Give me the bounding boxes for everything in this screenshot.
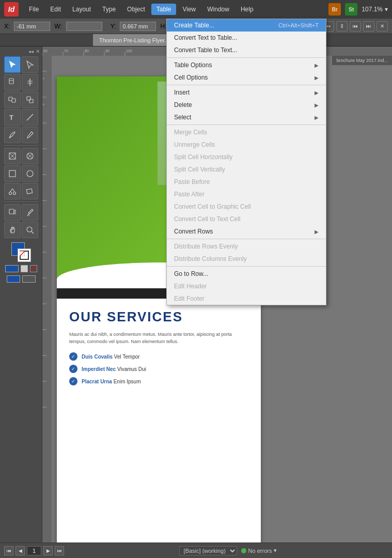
menu-file[interactable]: File xyxy=(24,4,44,15)
svg-point-26 xyxy=(27,227,32,232)
zoom-tool[interactable] xyxy=(22,222,38,238)
menu-distribute-rows[interactable]: Distribute Rows Evenly xyxy=(167,240,326,253)
menu-object[interactable]: Object xyxy=(122,4,150,15)
rectangle-frame-tool[interactable] xyxy=(4,148,21,164)
menu-type[interactable]: Type xyxy=(97,4,121,15)
ellipse-tool[interactable] xyxy=(22,165,38,182)
zoom-chevron-icon[interactable]: ▾ xyxy=(385,6,388,13)
service-link-3: Placrat Urna xyxy=(82,379,112,384)
svg-text:70: 70 xyxy=(64,49,68,53)
menu-convert-text-cell[interactable]: Convert Cell to Text Cell xyxy=(167,213,326,225)
menu-table[interactable]: Table xyxy=(151,4,177,15)
menu-cell-options[interactable]: Cell Options ▶ xyxy=(167,71,326,84)
menu-divider-2 xyxy=(167,85,326,85)
hand-tool[interactable] xyxy=(4,222,21,238)
ellipse-frame-tool[interactable] xyxy=(22,148,38,164)
menu-distribute-columns-label: Distribute Columns Evenly xyxy=(174,255,247,262)
svg-text:100: 100 xyxy=(126,49,132,53)
note-tool[interactable] xyxy=(4,204,21,221)
scissors-tool[interactable] xyxy=(4,183,21,199)
menu-edit-header[interactable]: Edit Header xyxy=(167,280,326,292)
menu-delete[interactable]: Delete ▶ xyxy=(167,99,326,111)
color-swatch-blue[interactable] xyxy=(5,265,19,272)
first-page-btn[interactable]: ⏮ xyxy=(4,546,13,555)
previous-frame-btn[interactable]: ⏮ xyxy=(350,21,361,32)
stock-icon[interactable]: St xyxy=(345,3,357,16)
check-icon-2: ✓ xyxy=(69,365,77,373)
bridge-icon[interactable]: Br xyxy=(328,3,341,16)
menu-edit[interactable]: Edit xyxy=(45,4,66,15)
menu-view[interactable]: View xyxy=(177,4,201,15)
rectangle-tool[interactable] xyxy=(4,165,21,182)
menu-convert-rows[interactable]: Convert Rows ▶ xyxy=(167,225,326,238)
toolbox-collapse-icon[interactable]: ◂◂ xyxy=(28,49,34,54)
menu-create-table[interactable]: Create Table... Ctrl+Alt+Shift+T xyxy=(167,19,326,32)
menu-window[interactable]: Window xyxy=(202,4,234,15)
selection-tool[interactable] xyxy=(4,56,21,73)
menu-edit-footer[interactable]: Edit Footer xyxy=(167,292,326,305)
last-page-btn[interactable]: ⏭ xyxy=(55,546,64,555)
menu-paste-before-label: Paste Before xyxy=(174,178,210,185)
tool-separator-2 xyxy=(4,202,38,202)
x-input[interactable] xyxy=(14,22,50,31)
zoom-value[interactable]: 107.1% xyxy=(362,6,383,13)
tool-separator-1 xyxy=(4,145,38,146)
menu-paste-after-label: Paste After xyxy=(174,191,205,198)
check-icon-3: ✓ xyxy=(69,377,77,385)
menu-convert-table-label: Convert Table to Text... xyxy=(174,47,237,54)
menu-cell-options-arrow: ▶ xyxy=(315,75,319,81)
svg-rect-6 xyxy=(12,99,15,102)
menu-convert-text-to-table[interactable]: Convert Text to Table... xyxy=(167,32,326,44)
svg-text:60: 60 xyxy=(43,49,48,53)
type-tool[interactable]: T xyxy=(4,109,21,126)
menu-table-options[interactable]: Table Options ▶ xyxy=(167,59,326,71)
h-label: H: xyxy=(160,23,166,30)
service-item-2-text: Imperdiet Nec Vivamus Dui xyxy=(82,366,146,372)
content-collector-tool[interactable] xyxy=(4,91,21,108)
next-page-btn[interactable]: ▶ xyxy=(43,546,53,555)
menu-merge-cells[interactable]: Merge Cells xyxy=(167,126,326,138)
prev-page-btn[interactable]: ◀ xyxy=(15,546,25,555)
w-input[interactable] xyxy=(66,22,102,31)
delete-btn[interactable]: ✕ xyxy=(377,21,388,32)
eyedropper-tool[interactable] xyxy=(22,204,38,221)
apply-color-btn[interactable] xyxy=(7,275,20,283)
y-input[interactable] xyxy=(120,22,156,31)
menu-split-vertical[interactable]: Split Cell Vertically xyxy=(167,163,326,176)
line-tool[interactable] xyxy=(22,109,38,126)
menu-paste-after[interactable]: Paste After xyxy=(167,188,326,200)
content-placer-tool[interactable] xyxy=(22,91,38,108)
none-swatch[interactable] xyxy=(20,251,25,256)
next-frame-btn[interactable]: ⏭ xyxy=(363,21,374,32)
status-chevron-icon[interactable]: ▾ xyxy=(274,547,277,554)
menu-convert-graphic-cell[interactable]: Convert Cell to Graphic Cell xyxy=(167,200,326,213)
pen-tool[interactable] xyxy=(4,127,21,143)
menu-unmerge-cells[interactable]: Unmerge Cells xyxy=(167,138,326,151)
service-item-2: ✓ Imperdiet Nec Vivamus Dui xyxy=(69,365,248,373)
free-transform-tool[interactable] xyxy=(22,183,38,199)
status-style-select[interactable]: [Basic] (working) xyxy=(179,546,237,555)
apply-none-btn[interactable] xyxy=(22,275,36,283)
pencil-tool[interactable] xyxy=(22,127,38,143)
direct-selection-tool[interactable] xyxy=(22,56,38,73)
svg-rect-25 xyxy=(9,209,14,214)
menu-convert-table-to-text[interactable]: Convert Table to Text... xyxy=(167,44,326,56)
flip-v-btn[interactable]: ⇕ xyxy=(336,21,348,32)
page-tool[interactable] xyxy=(4,74,21,90)
menu-layout[interactable]: Layout xyxy=(67,4,96,15)
menu-insert[interactable]: Insert ▶ xyxy=(167,86,326,99)
svg-point-19 xyxy=(27,171,33,177)
menu-distribute-columns[interactable]: Distribute Columns Evenly xyxy=(167,253,326,265)
menu-paste-before[interactable]: Paste Before xyxy=(167,176,326,188)
menu-split-horizontal[interactable]: Split Cell Horizontally xyxy=(167,151,326,163)
menu-go-to-row[interactable]: Go to Row... xyxy=(167,268,326,280)
menu-go-to-row-label: Go to Row... xyxy=(174,270,208,277)
gradient-swatch[interactable] xyxy=(21,265,28,272)
menu-help[interactable]: Help xyxy=(236,4,259,15)
menu-select[interactable]: Select ▶ xyxy=(167,111,326,123)
page-number-input[interactable] xyxy=(27,546,41,555)
svg-point-11 xyxy=(9,137,10,138)
none-indicator[interactable] xyxy=(30,265,37,272)
gap-tool[interactable] xyxy=(22,74,38,90)
toolbox-close-icon[interactable]: ✕ xyxy=(36,49,40,54)
